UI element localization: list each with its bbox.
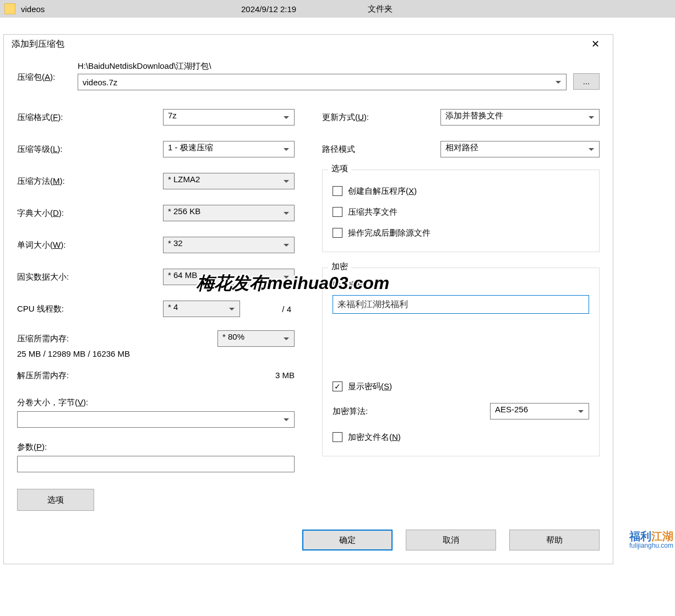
split-input[interactable]	[17, 411, 295, 428]
dialog-title: 添加到压缩包	[12, 39, 64, 50]
params-input[interactable]	[17, 456, 295, 472]
ok-button[interactable]: 确定	[302, 530, 393, 550]
browse-button[interactable]: ...	[573, 73, 600, 90]
mem-decompress-value: 3 MB	[275, 370, 295, 381]
sfx-label: 创建自解压程序(X)	[348, 186, 417, 197]
archive-name-input[interactable]	[78, 74, 567, 90]
delete-after-label: 操作完成后删除源文件	[348, 228, 431, 238]
file-name: videos	[21, 4, 241, 14]
encryption-legend: 加密	[328, 261, 351, 272]
method-label: 压缩方法(M):	[17, 176, 163, 187]
close-button[interactable]: ✕	[586, 36, 605, 52]
level-label: 压缩等级(L):	[17, 144, 163, 155]
update-select[interactable]: 添加并替换文件	[440, 109, 600, 126]
password-input[interactable]	[333, 295, 589, 314]
archive-label: 压缩包(A):	[17, 61, 71, 83]
method-select[interactable]: * LZMA2	[163, 173, 295, 189]
encrypt-names-checkbox[interactable]	[333, 432, 342, 442]
format-select[interactable]: 7z	[163, 109, 295, 126]
mem-percent-select[interactable]: * 80%	[217, 330, 295, 347]
level-select[interactable]: 1 - 极速压缩	[163, 141, 295, 157]
show-password-label: 显示密码(S)	[348, 381, 392, 392]
add-to-archive-dialog: 添加到压缩包 ✕ 压缩包(A): H:\BaiduNetdiskDownload…	[3, 34, 613, 564]
params-label: 参数(P):	[17, 442, 295, 453]
encrypt-names-label: 加密文件名(N)	[348, 432, 401, 443]
path-mode-label: 路径模式	[322, 144, 440, 155]
path-mode-select[interactable]: 相对路径	[440, 141, 600, 157]
dict-select[interactable]: * 256 KB	[163, 205, 295, 221]
options-legend: 选项	[328, 163, 351, 174]
file-date: 2024/9/12 2:19	[241, 4, 368, 14]
file-explorer-row[interactable]: videos 2024/9/12 2:19 文件夹	[0, 0, 675, 18]
shared-label: 压缩共享文件	[348, 207, 398, 217]
shared-checkbox[interactable]	[333, 207, 342, 217]
cpu-label: CPU 线程数:	[17, 304, 163, 314]
help-button[interactable]: 帮助	[509, 530, 600, 550]
options-group: 选项 创建自解压程序(X) 压缩共享文件 操作完成后删除源文件	[322, 170, 600, 252]
sfx-checkbox[interactable]	[333, 186, 342, 196]
corner-logo: 福利江湖 fulijianghu.com	[629, 530, 673, 549]
algo-label: 加密算法:	[333, 406, 490, 417]
algo-select[interactable]: AES-256	[490, 403, 589, 419]
format-label: 压缩格式(F):	[17, 112, 163, 123]
folder-icon	[4, 3, 15, 14]
update-label: 更新方式(U):	[322, 112, 440, 123]
delete-after-checkbox[interactable]	[333, 228, 342, 238]
cpu-total: / 4	[282, 304, 295, 314]
options-button[interactable]: 选项	[17, 489, 94, 511]
word-select[interactable]: * 32	[163, 237, 295, 253]
word-label: 单词大小(W):	[17, 240, 163, 250]
file-type: 文件夹	[368, 4, 393, 14]
dict-label: 字典大小(D):	[17, 208, 163, 219]
cancel-button[interactable]: 取消	[406, 530, 496, 550]
password-label: 输入密码:	[333, 280, 589, 291]
split-label: 分卷大小，字节(V):	[17, 397, 295, 408]
solid-select[interactable]: * 64 MB	[163, 269, 295, 285]
cpu-select[interactable]: * 4	[163, 301, 240, 317]
mem-decompress-label: 解压所需内存:	[17, 370, 69, 381]
encryption-group: 加密 输入密码: ✓ 显示密码(S) 加密算法: AES-256 加密文件名(N	[322, 268, 600, 456]
show-password-checkbox[interactable]: ✓	[333, 381, 342, 391]
mem-compress-value: 25 MB / 12989 MB / 16236 MB	[17, 349, 295, 358]
dialog-titlebar: 添加到压缩包 ✕	[4, 35, 613, 53]
archive-path: H:\BaiduNetdiskDownload\江湖打包\	[78, 61, 567, 72]
mem-compress-label: 压缩所需内存:	[17, 334, 69, 344]
solid-label: 固实数据大小:	[17, 272, 163, 282]
